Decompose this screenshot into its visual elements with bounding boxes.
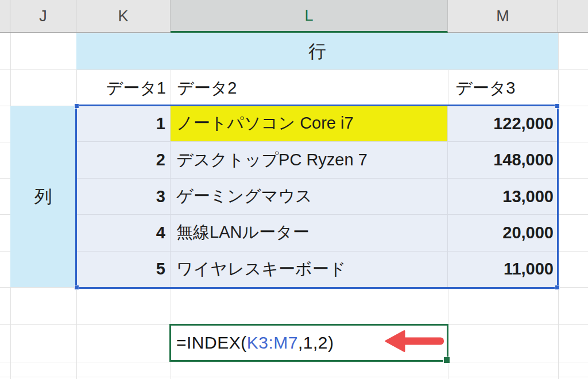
fill-handle[interactable] <box>443 357 450 363</box>
red-arrow-icon <box>378 329 447 353</box>
cell-row-number[interactable]: 1 <box>76 106 171 141</box>
cell-price[interactable]: 122,000 <box>448 106 558 141</box>
header-cell-data3[interactable]: データ3 <box>448 70 558 106</box>
cell-product-name[interactable]: ゲーミングマウス <box>171 179 448 214</box>
merged-cell-col-label[interactable]: 列 <box>10 106 76 287</box>
cell-row-number[interactable]: 3 <box>76 179 171 214</box>
selected-range: 1 ノートパソコン Core i7 122,000 2 デスクトップPC Ryz… <box>76 106 558 287</box>
table-row: 4 無線LANルーター 20,000 <box>76 215 558 251</box>
cell-price[interactable]: 148,000 <box>448 142 558 177</box>
cell-price[interactable]: 20,000 <box>448 215 558 250</box>
header-cell-data1[interactable]: データ1 <box>76 70 171 106</box>
column-header-partial[interactable] <box>558 0 588 32</box>
formula-text: ,1,2) <box>298 333 334 353</box>
table-row: 3 ゲーミングマウス 13,000 <box>76 179 558 215</box>
gridline <box>558 33 559 379</box>
cell-price[interactable]: 13,000 <box>448 179 558 214</box>
column-header-partial[interactable] <box>0 0 10 32</box>
cell-row-number[interactable]: 4 <box>76 215 171 250</box>
cell-product-name[interactable]: デスクトップPC Ryzen 7 <box>171 142 448 177</box>
column-header-k[interactable]: K <box>76 0 171 32</box>
gridline <box>0 377 588 377</box>
cell-row-number[interactable]: 5 <box>76 252 171 287</box>
gridline <box>0 362 588 362</box>
merged-cell-row-label[interactable]: 行 <box>76 33 558 69</box>
table-row: 1 ノートパソコン Core i7 122,000 <box>76 106 558 142</box>
header-cell-data2[interactable]: データ2 <box>171 70 448 106</box>
cell-price[interactable]: 11,000 <box>448 252 558 287</box>
cell-product-name-highlighted[interactable]: ノートパソコン Core i7 <box>171 106 448 141</box>
table-row: 5 ワイヤレスキーボード 11,000 <box>76 252 558 287</box>
spreadsheet: J K L M 行 列 データ1 データ2 データ3 1 ノートパソコン Cor… <box>0 0 588 379</box>
table-row: 2 デスクトップPC Ryzen 7 148,000 <box>76 142 558 178</box>
cell-product-name[interactable]: ワイヤレスキーボード <box>171 252 448 287</box>
formula-range-reference: K3:M7 <box>247 333 298 353</box>
column-header-row: J K L M <box>0 0 588 33</box>
column-header-l-selected[interactable]: L <box>171 0 448 33</box>
column-header-j[interactable]: J <box>10 0 76 32</box>
cell-product-name[interactable]: 無線LANルーター <box>171 215 448 250</box>
column-header-m[interactable]: M <box>448 0 558 32</box>
gridline <box>0 287 588 288</box>
formula-text: =INDEX( <box>176 333 247 353</box>
cell-row-number[interactable]: 2 <box>76 142 171 177</box>
